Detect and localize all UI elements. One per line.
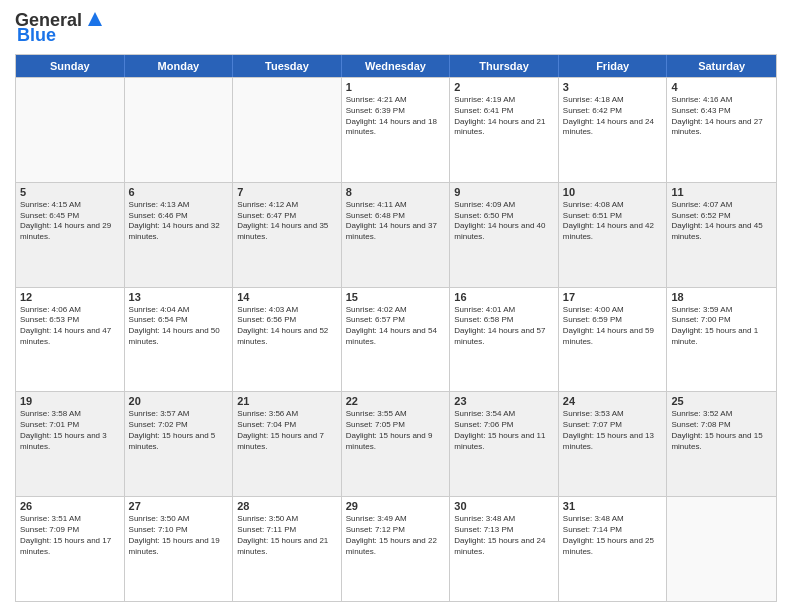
logo-triangle-icon [84,8,106,30]
day-number: 31 [563,500,663,512]
calendar-cell: 19Sunrise: 3:58 AM Sunset: 7:01 PM Dayli… [16,392,125,496]
day-number: 29 [346,500,446,512]
day-number: 1 [346,81,446,93]
day-header-friday: Friday [559,55,668,77]
calendar-cell: 2Sunrise: 4:19 AM Sunset: 6:41 PM Daylig… [450,78,559,182]
cell-info: Sunrise: 4:13 AM Sunset: 6:46 PM Dayligh… [129,200,229,243]
day-number: 12 [20,291,120,303]
calendar-week-5: 26Sunrise: 3:51 AM Sunset: 7:09 PM Dayli… [16,496,776,601]
calendar-week-1: 1Sunrise: 4:21 AM Sunset: 6:39 PM Daylig… [16,77,776,182]
cell-info: Sunrise: 4:00 AM Sunset: 6:59 PM Dayligh… [563,305,663,348]
calendar-cell: 31Sunrise: 3:48 AM Sunset: 7:14 PM Dayli… [559,497,668,601]
cell-info: Sunrise: 3:53 AM Sunset: 7:07 PM Dayligh… [563,409,663,452]
day-number: 21 [237,395,337,407]
day-header-tuesday: Tuesday [233,55,342,77]
calendar-cell: 14Sunrise: 4:03 AM Sunset: 6:56 PM Dayli… [233,288,342,392]
day-number: 23 [454,395,554,407]
cell-info: Sunrise: 4:03 AM Sunset: 6:56 PM Dayligh… [237,305,337,348]
day-number: 30 [454,500,554,512]
calendar-cell [125,78,234,182]
calendar-cell: 1Sunrise: 4:21 AM Sunset: 6:39 PM Daylig… [342,78,451,182]
calendar-cell: 22Sunrise: 3:55 AM Sunset: 7:05 PM Dayli… [342,392,451,496]
cell-info: Sunrise: 4:01 AM Sunset: 6:58 PM Dayligh… [454,305,554,348]
cell-info: Sunrise: 4:09 AM Sunset: 6:50 PM Dayligh… [454,200,554,243]
cell-info: Sunrise: 4:11 AM Sunset: 6:48 PM Dayligh… [346,200,446,243]
day-number: 18 [671,291,772,303]
calendar-cell: 26Sunrise: 3:51 AM Sunset: 7:09 PM Dayli… [16,497,125,601]
calendar-header: SundayMondayTuesdayWednesdayThursdayFrid… [16,55,776,77]
cell-info: Sunrise: 3:50 AM Sunset: 7:11 PM Dayligh… [237,514,337,557]
day-number: 2 [454,81,554,93]
day-number: 14 [237,291,337,303]
cell-info: Sunrise: 3:50 AM Sunset: 7:10 PM Dayligh… [129,514,229,557]
cell-info: Sunrise: 3:48 AM Sunset: 7:14 PM Dayligh… [563,514,663,557]
calendar-week-2: 5Sunrise: 4:15 AM Sunset: 6:45 PM Daylig… [16,182,776,287]
calendar: SundayMondayTuesdayWednesdayThursdayFrid… [15,54,777,602]
cell-info: Sunrise: 3:55 AM Sunset: 7:05 PM Dayligh… [346,409,446,452]
calendar-cell: 6Sunrise: 4:13 AM Sunset: 6:46 PM Daylig… [125,183,234,287]
day-number: 26 [20,500,120,512]
calendar-cell: 17Sunrise: 4:00 AM Sunset: 6:59 PM Dayli… [559,288,668,392]
cell-info: Sunrise: 3:51 AM Sunset: 7:09 PM Dayligh… [20,514,120,557]
calendar-body: 1Sunrise: 4:21 AM Sunset: 6:39 PM Daylig… [16,77,776,601]
cell-info: Sunrise: 3:48 AM Sunset: 7:13 PM Dayligh… [454,514,554,557]
day-header-wednesday: Wednesday [342,55,451,77]
cell-info: Sunrise: 4:08 AM Sunset: 6:51 PM Dayligh… [563,200,663,243]
calendar-cell: 23Sunrise: 3:54 AM Sunset: 7:06 PM Dayli… [450,392,559,496]
day-number: 20 [129,395,229,407]
day-number: 27 [129,500,229,512]
day-number: 28 [237,500,337,512]
day-header-thursday: Thursday [450,55,559,77]
calendar-cell: 5Sunrise: 4:15 AM Sunset: 6:45 PM Daylig… [16,183,125,287]
logo: General Blue [15,10,106,46]
page: General Blue SundayMondayTuesdayWednesda… [0,0,792,612]
day-number: 13 [129,291,229,303]
day-header-sunday: Sunday [16,55,125,77]
cell-info: Sunrise: 4:21 AM Sunset: 6:39 PM Dayligh… [346,95,446,138]
cell-info: Sunrise: 4:15 AM Sunset: 6:45 PM Dayligh… [20,200,120,243]
calendar-cell: 25Sunrise: 3:52 AM Sunset: 7:08 PM Dayli… [667,392,776,496]
day-number: 22 [346,395,446,407]
cell-info: Sunrise: 4:16 AM Sunset: 6:43 PM Dayligh… [671,95,772,138]
calendar-cell: 24Sunrise: 3:53 AM Sunset: 7:07 PM Dayli… [559,392,668,496]
logo-blue-text: Blue [17,25,56,46]
day-number: 10 [563,186,663,198]
calendar-cell: 15Sunrise: 4:02 AM Sunset: 6:57 PM Dayli… [342,288,451,392]
calendar-cell: 16Sunrise: 4:01 AM Sunset: 6:58 PM Dayli… [450,288,559,392]
day-number: 17 [563,291,663,303]
calendar-cell: 20Sunrise: 3:57 AM Sunset: 7:02 PM Dayli… [125,392,234,496]
calendar-cell: 8Sunrise: 4:11 AM Sunset: 6:48 PM Daylig… [342,183,451,287]
day-header-monday: Monday [125,55,234,77]
cell-info: Sunrise: 4:06 AM Sunset: 6:53 PM Dayligh… [20,305,120,348]
calendar-week-4: 19Sunrise: 3:58 AM Sunset: 7:01 PM Dayli… [16,391,776,496]
calendar-cell: 7Sunrise: 4:12 AM Sunset: 6:47 PM Daylig… [233,183,342,287]
cell-info: Sunrise: 4:07 AM Sunset: 6:52 PM Dayligh… [671,200,772,243]
calendar-cell: 18Sunrise: 3:59 AM Sunset: 7:00 PM Dayli… [667,288,776,392]
day-number: 24 [563,395,663,407]
svg-marker-0 [88,12,102,26]
cell-info: Sunrise: 3:54 AM Sunset: 7:06 PM Dayligh… [454,409,554,452]
calendar-cell: 4Sunrise: 4:16 AM Sunset: 6:43 PM Daylig… [667,78,776,182]
calendar-cell: 27Sunrise: 3:50 AM Sunset: 7:10 PM Dayli… [125,497,234,601]
day-number: 9 [454,186,554,198]
calendar-cell: 21Sunrise: 3:56 AM Sunset: 7:04 PM Dayli… [233,392,342,496]
calendar-week-3: 12Sunrise: 4:06 AM Sunset: 6:53 PM Dayli… [16,287,776,392]
calendar-cell: 11Sunrise: 4:07 AM Sunset: 6:52 PM Dayli… [667,183,776,287]
cell-info: Sunrise: 3:59 AM Sunset: 7:00 PM Dayligh… [671,305,772,348]
day-number: 5 [20,186,120,198]
calendar-cell: 9Sunrise: 4:09 AM Sunset: 6:50 PM Daylig… [450,183,559,287]
calendar-cell: 10Sunrise: 4:08 AM Sunset: 6:51 PM Dayli… [559,183,668,287]
day-number: 25 [671,395,772,407]
calendar-cell: 13Sunrise: 4:04 AM Sunset: 6:54 PM Dayli… [125,288,234,392]
day-number: 19 [20,395,120,407]
day-number: 7 [237,186,337,198]
cell-info: Sunrise: 3:52 AM Sunset: 7:08 PM Dayligh… [671,409,772,452]
day-number: 4 [671,81,772,93]
calendar-cell [16,78,125,182]
calendar-cell: 3Sunrise: 4:18 AM Sunset: 6:42 PM Daylig… [559,78,668,182]
cell-info: Sunrise: 4:12 AM Sunset: 6:47 PM Dayligh… [237,200,337,243]
cell-info: Sunrise: 3:58 AM Sunset: 7:01 PM Dayligh… [20,409,120,452]
cell-info: Sunrise: 4:18 AM Sunset: 6:42 PM Dayligh… [563,95,663,138]
calendar-cell: 28Sunrise: 3:50 AM Sunset: 7:11 PM Dayli… [233,497,342,601]
day-header-saturday: Saturday [667,55,776,77]
